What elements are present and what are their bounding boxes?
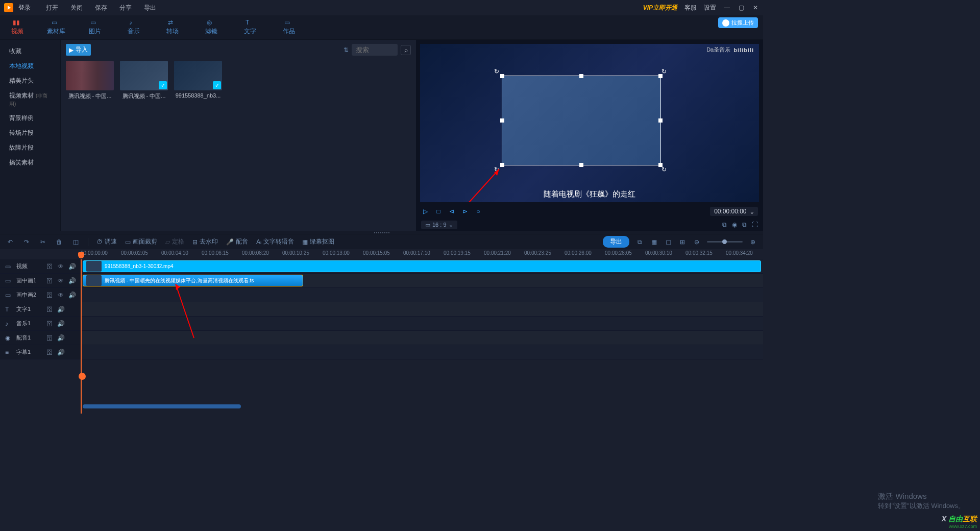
menu-close[interactable]: 关闭 <box>70 4 83 12</box>
pip-overlay[interactable] <box>502 76 661 165</box>
lock-icon[interactable]: ⚿ <box>46 349 53 356</box>
fullscreen-icon[interactable]: ⛶ <box>752 221 758 228</box>
marker-icon[interactable]: ⊞ <box>678 238 687 246</box>
tab-works[interactable]: ▭作品 <box>277 19 301 36</box>
sidebar-background[interactable]: 背景样例 <box>0 111 60 126</box>
tab-text[interactable]: T文字 <box>238 19 262 36</box>
menu-export[interactable]: 导出 <box>144 4 156 12</box>
aspect-ratio-selector[interactable]: ▭ 16 : 9 ⌄ <box>421 221 457 229</box>
align-icon[interactable]: ▦ <box>650 238 658 246</box>
zoom-slider[interactable] <box>707 241 743 243</box>
rotate-handle[interactable] <box>494 68 501 75</box>
visibility-icon[interactable]: 👁 <box>57 263 64 270</box>
import-button[interactable]: ▶ 导入 <box>66 44 91 56</box>
lock-icon[interactable]: ⚿ <box>46 306 53 313</box>
zoom-out-icon[interactable]: ⊖ <box>693 238 701 246</box>
cut-icon[interactable]: ✂ <box>39 238 47 246</box>
visibility-icon[interactable]: 🔊 <box>57 349 64 356</box>
track-lane[interactable] <box>81 288 763 302</box>
sidebar-favorites[interactable]: 收藏 <box>0 44 60 59</box>
sidebar-intro[interactable]: 精美片头 <box>0 74 60 88</box>
opt-dub[interactable]: 🎤 配音 <box>226 237 248 246</box>
track-lane[interactable]: 腾讯视频 - 中国领先的在线视频媒体平台,海量高清视频在线观看.ts <box>81 274 763 287</box>
sidebar-glitch[interactable]: 故障片段 <box>0 140 60 155</box>
tab-filter[interactable]: ◎滤镜 <box>199 19 224 36</box>
opt-freeze[interactable]: ▱ 定格 <box>165 237 184 246</box>
media-item[interactable]: ✓ 991558388_nb3... <box>174 61 222 100</box>
preview-screen[interactable]: Da圣音乐 bilibili 随着电视剧《狂飙》的走红 <box>420 44 759 202</box>
opt-dewatermark[interactable]: ⊟ 去水印 <box>192 237 218 246</box>
redo-icon[interactable]: ↷ <box>22 238 31 246</box>
zoom-in-icon[interactable]: ⊕ <box>749 238 757 246</box>
search-icon[interactable]: ⌕ <box>401 45 411 55</box>
minimize-icon[interactable]: — <box>723 4 730 11</box>
media-item[interactable]: 腾讯视频 - 中国... <box>66 61 114 100</box>
tab-image[interactable]: ▭图片 <box>83 19 107 36</box>
mute-icon[interactable]: 🔊 <box>68 277 76 284</box>
timeline-scrollbar[interactable] <box>83 404 241 408</box>
opt-speed[interactable]: ⏱ 调速 <box>96 237 117 246</box>
sidebar-funny[interactable]: 搞笑素材 <box>0 155 60 170</box>
resize-handle[interactable] <box>579 163 583 167</box>
export-button[interactable]: 导出 <box>603 236 629 248</box>
visibility-icon[interactable]: 🔊 <box>57 320 64 327</box>
track-lane[interactable] <box>81 331 763 345</box>
playhead-end-knob[interactable] <box>79 373 86 380</box>
login-link[interactable]: 登录 <box>18 4 31 12</box>
sidebar-video-material[interactable]: 视频素材(非商用) <box>0 88 60 111</box>
visibility-icon[interactable]: 🔊 <box>57 306 64 313</box>
track-lane[interactable] <box>81 345 763 359</box>
maximize-icon[interactable]: ▢ <box>738 4 745 11</box>
mute-icon[interactable]: 🔊 <box>68 292 76 299</box>
record-icon[interactable]: ○ <box>474 208 482 215</box>
clip-video[interactable]: 991558388_nb3-1-30032.mp4 <box>83 260 761 272</box>
cloud-upload-pill[interactable]: 拉搜上传 <box>718 17 758 28</box>
vip-link[interactable]: VIP立即开通 <box>643 4 677 12</box>
visibility-icon[interactable]: 🔊 <box>57 334 64 342</box>
visibility-icon[interactable]: 👁 <box>57 277 64 284</box>
tab-library[interactable]: ▭素材库 <box>44 19 68 36</box>
crop-icon[interactable]: ◫ <box>71 238 80 246</box>
opt-tts[interactable]: Aᵢ 文字转语音 <box>256 237 294 246</box>
delete-icon[interactable]: 🗑 <box>55 238 63 246</box>
settings-link[interactable]: 设置 <box>704 4 716 12</box>
resize-handle[interactable] <box>579 74 583 78</box>
track-lane[interactable] <box>81 317 763 330</box>
menu-share[interactable]: 分享 <box>119 4 132 12</box>
snapshot-out-icon[interactable]: ⧉ <box>742 221 747 228</box>
undo-icon[interactable]: ↶ <box>6 238 14 246</box>
track-lane[interactable]: 991558388_nb3-1-30032.mp4 <box>81 259 763 273</box>
track-lane[interactable] <box>81 302 763 316</box>
media-item[interactable]: ✓ 腾讯视频 - 中国... <box>120 61 168 100</box>
rotate-handle[interactable] <box>662 68 669 75</box>
camera-icon[interactable]: ◉ <box>732 221 737 228</box>
search-input[interactable] <box>352 44 398 56</box>
clip-pip[interactable]: 腾讯视频 - 中国领先的在线视频媒体平台,海量高清视频在线观看.ts <box>83 275 303 286</box>
next-frame-icon[interactable]: ⊳ <box>461 208 469 215</box>
lock-icon[interactable]: ⚿ <box>46 277 53 284</box>
prev-frame-icon[interactable]: ⊲ <box>448 208 456 215</box>
close-icon[interactable]: ✕ <box>752 4 759 11</box>
rotate-handle[interactable] <box>494 166 501 173</box>
play-icon[interactable]: ▷ <box>421 208 429 215</box>
mute-icon[interactable]: 🔊 <box>68 263 76 270</box>
resize-handle[interactable] <box>500 118 504 123</box>
snapshot-in-icon[interactable]: ⧉ <box>722 221 727 228</box>
service-link[interactable]: 客服 <box>684 4 697 12</box>
opt-greenscreen[interactable]: ▦ 绿幕抠图 <box>302 237 334 246</box>
opt-crop[interactable]: ▭ 画面裁剪 <box>125 237 157 246</box>
resize-handle[interactable] <box>658 118 663 123</box>
lock-icon[interactable]: ⚿ <box>46 292 53 299</box>
sort-icon[interactable]: ⇅ <box>344 46 349 54</box>
tab-music[interactable]: ♪音乐 <box>121 19 146 36</box>
timeline-ruler[interactable]: 00:00:00:0000:00:02:0500:00:04:1000:00:0… <box>81 249 763 259</box>
visibility-icon[interactable]: 👁 <box>57 292 64 299</box>
link-icon[interactable]: ⧉ <box>635 238 644 246</box>
lock-icon[interactable]: ⚿ <box>46 334 53 342</box>
shield-icon[interactable]: ▢ <box>664 238 672 246</box>
lock-icon[interactable]: ⚿ <box>46 320 53 327</box>
lock-icon[interactable]: ⚿ <box>46 263 53 270</box>
sidebar-transition-clip[interactable]: 转场片段 <box>0 126 60 140</box>
sidebar-local-video[interactable]: 本地视频 <box>0 59 60 74</box>
stop-icon[interactable]: □ <box>434 208 443 215</box>
